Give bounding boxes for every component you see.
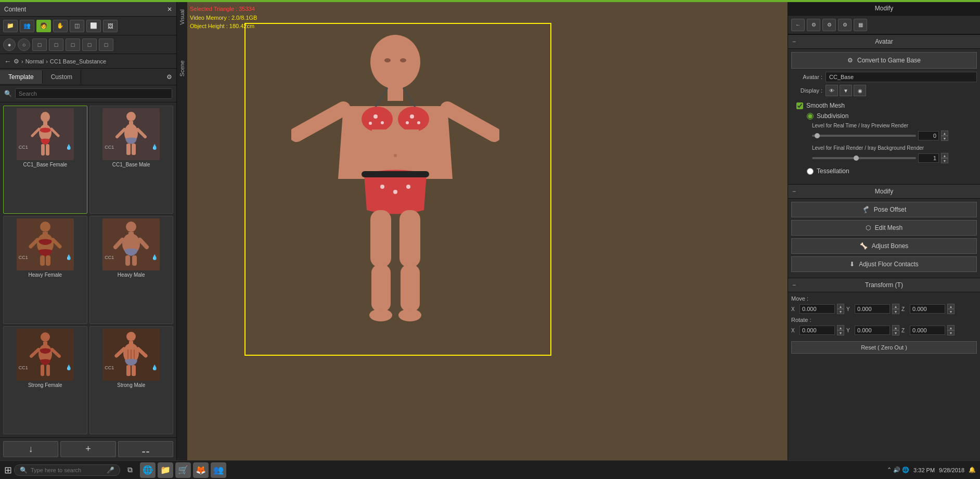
adjust-floor-contacts-button[interactable]: ⬇ Adjust Floor Contacts [791, 256, 977, 272]
win-search-input[interactable] [31, 467, 104, 473]
breadcrumb-normal[interactable]: Normal [25, 58, 44, 64]
right-toolbar: ← ⚙ ⚙ ⚙ ▦ [788, 16, 980, 34]
final-spin-up[interactable]: ▲ [941, 153, 948, 158]
move-x-down[interactable]: ▼ [837, 309, 844, 314]
square-icon-2[interactable]: □ [49, 38, 63, 51]
svg-point-53 [373, 114, 378, 119]
breadcrumb-substance[interactable]: CC1 Base_Substance [50, 58, 106, 64]
right-icon-3[interactable]: ⚙ [822, 19, 836, 31]
svg-rect-59 [372, 130, 419, 171]
square-icon-5[interactable]: □ [99, 38, 113, 51]
people-taskbar-icon[interactable]: 👥 [211, 462, 226, 478]
realtime-spin-up[interactable]: ▲ [941, 131, 948, 136]
move-y-down[interactable]: ▼ [892, 309, 899, 314]
explorer-icon[interactable]: 📁 [158, 462, 173, 478]
image-icon[interactable]: 🖼 [103, 20, 118, 32]
circle-icon-2[interactable]: ○ [18, 38, 30, 51]
circle-icon-1[interactable]: ● [3, 38, 16, 51]
subdivision-radio[interactable] [807, 113, 814, 120]
firefox-icon[interactable]: 🦊 [193, 462, 209, 478]
move-x-up[interactable]: ▲ [837, 304, 844, 309]
rotate-y-down[interactable]: ▼ [892, 330, 899, 335]
rotate-z-down[interactable]: ▼ [947, 330, 955, 335]
svg-point-72 [398, 309, 421, 321]
rotate-y-input[interactable] [855, 326, 890, 335]
smooth-mesh-checkbox[interactable] [796, 102, 803, 109]
search-input[interactable] [15, 88, 172, 99]
realtime-slider[interactable] [812, 135, 916, 137]
final-value[interactable]: 1 [918, 153, 939, 163]
svg-line-17 [31, 240, 37, 247]
rotate-x-input[interactable] [800, 326, 835, 335]
pose-offset-button[interactable]: 🦿 Pose Offset [791, 202, 977, 217]
tab-template[interactable]: Template [0, 70, 43, 84]
breadcrumb-icon: ⚙ [14, 58, 19, 65]
list-item[interactable]: CC1 💧 CC1_Base Female [3, 106, 87, 214]
remove-button[interactable]: ⚋ [118, 441, 173, 457]
folder-icon[interactable]: 📁 [3, 20, 18, 32]
edit-mesh-button[interactable]: ⬡ Edit Mesh [791, 220, 977, 236]
svg-point-64 [406, 185, 410, 189]
layers-icon[interactable]: ◫ [70, 20, 84, 32]
hand-icon[interactable]: ✋ [53, 20, 68, 32]
people-icon[interactable]: 👥 [20, 20, 34, 32]
figure-icon[interactable]: 🧑 [36, 20, 51, 32]
final-slider[interactable] [812, 157, 916, 159]
move-z-down[interactable]: ▼ [947, 309, 955, 314]
adjust-bones-button[interactable]: 🦴 Adjust Bones [791, 238, 977, 254]
breadcrumb: ← ⚙ › Normal › CC1 Base_Substance [0, 54, 176, 69]
store-icon[interactable]: 🛒 [175, 462, 191, 478]
vtab-visual[interactable]: Visual [178, 7, 186, 27]
tab-custom[interactable]: Custom [43, 70, 81, 84]
rotate-z-up[interactable]: ▲ [947, 325, 955, 330]
breadcrumb-arrow[interactable]: ← [4, 57, 11, 66]
display-icon-2[interactable]: ▼ [840, 85, 852, 96]
tessellation-radio[interactable] [807, 168, 814, 175]
square-icon-3[interactable]: □ [66, 38, 80, 51]
right-icon-2[interactable]: ⚙ [807, 19, 820, 31]
list-item[interactable]: CC1 💧 Strong Male [89, 326, 174, 434]
tab-bar: Template Custom ⚙ [0, 69, 176, 85]
convert-to-game-base-button[interactable]: ⚙ Convert to Game Base [791, 52, 977, 69]
display-icon-3[interactable]: ◉ [854, 85, 866, 96]
right-icon-4[interactable]: ⚙ [838, 19, 852, 31]
move-z-input[interactable] [910, 304, 945, 314]
reset-zero-out-button[interactable]: Reset ( Zero Out ) [791, 341, 977, 354]
search-bar: 🔍 [0, 85, 176, 102]
realtime-spin-down[interactable]: ▼ [941, 136, 948, 141]
display-icon-1[interactable]: 👁 [826, 85, 838, 96]
rotate-y-up[interactable]: ▲ [892, 325, 899, 330]
square-icon-4[interactable]: □ [82, 38, 97, 51]
avatar-input[interactable] [826, 72, 977, 82]
windows-logo[interactable]: ⊞ [4, 464, 12, 476]
svg-line-41 [117, 349, 124, 356]
notification-icon[interactable]: 🔔 [969, 467, 976, 473]
move-x-input[interactable] [800, 304, 835, 314]
move-z-up[interactable]: ▲ [947, 304, 955, 309]
rotate-z-input[interactable] [910, 326, 945, 335]
chrome-icon[interactable]: 🌐 [140, 462, 156, 478]
rotate-x-up[interactable]: ▲ [837, 325, 844, 330]
vtab-scene[interactable]: Scene [178, 58, 186, 79]
square-icon-1[interactable]: □ [32, 38, 47, 51]
scene-icon[interactable]: ⬜ [86, 20, 101, 32]
tab-settings-icon[interactable]: ⚙ [162, 71, 176, 83]
move-y-up[interactable]: ▲ [892, 304, 899, 309]
close-button[interactable]: ✕ [167, 6, 172, 13]
add-button[interactable]: + [60, 441, 115, 457]
svg-line-32 [52, 349, 59, 356]
right-icon-5[interactable]: ▦ [854, 19, 867, 31]
download-button[interactable]: ↓ [3, 441, 58, 457]
list-item[interactable]: CC1 💧 Strong Female [3, 326, 87, 434]
list-item[interactable]: CC1 💧 Heavy Male [89, 216, 174, 324]
move-y-input[interactable] [855, 304, 890, 314]
list-item[interactable]: CC1 💧 CC1_Base Male [89, 106, 174, 214]
right-panel: Modify ← ⚙ ⚙ ⚙ ▦ Avatar ⚙ Convert to Gam… [788, 2, 980, 460]
list-item[interactable]: CC1 💧 Heavy Female [3, 216, 87, 324]
realtime-value[interactable]: 0 [918, 131, 939, 140]
rotate-x-down[interactable]: ▼ [837, 330, 844, 335]
right-icon-1[interactable]: ← [791, 19, 805, 31]
final-spin-down[interactable]: ▼ [941, 158, 948, 163]
taskview-button[interactable]: ⧉ [122, 462, 138, 478]
avatar-label: Avatar : [791, 74, 822, 80]
